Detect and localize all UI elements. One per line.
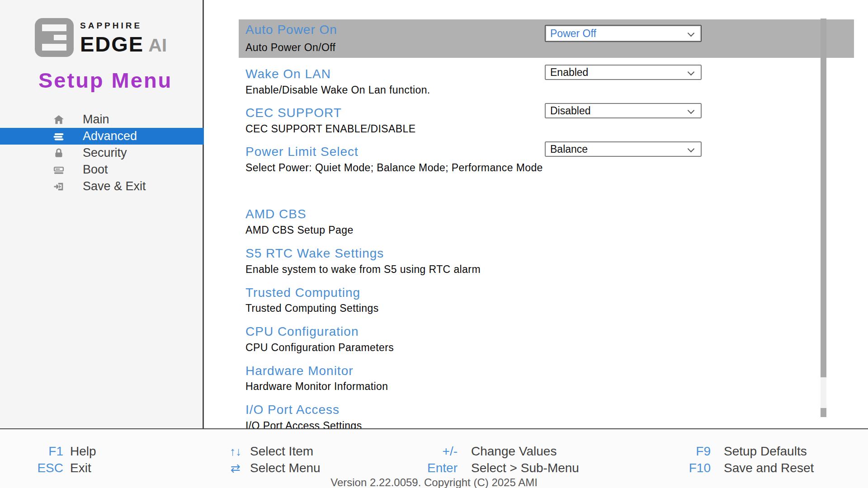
chevron-down-icon [688,145,695,153]
sidebar-item-main[interactable]: Main [0,111,204,128]
setup-menu-title: Setup Menu [38,68,172,93]
sidebar-item-label: Advanced [83,129,137,143]
cec-support-value: Disabled [550,105,591,117]
drive-icon [51,164,66,176]
wake-on-lan-select[interactable]: Enabled [545,65,702,80]
sidebar-item-label: Save & Exit [83,179,146,193]
submenu-io-port-access-desc: I/O Port Access Settings [245,420,362,428]
auto-power-on-select[interactable]: Power Off [545,25,702,42]
up-down-arrows-icon: ↑↓ [225,444,246,459]
sapphire-logo-icon [35,18,74,59]
scrollbar-end-cap [821,408,826,417]
hint-select-menu: Select Menu [250,460,321,476]
submenu-trusted-computing[interactable]: Trusted Computing [245,286,360,300]
scrollbar-thumb[interactable] [821,19,826,377]
key-enter: Enter [416,460,458,476]
sidebar: SAPPHIRE EDGE AI Setup Menu Main Advance [0,0,204,428]
submenu-s5-rtc-desc: Enable system to wake from S5 using RTC … [245,263,481,276]
wake-on-lan-value: Enabled [550,66,588,79]
submenu-io-port-access[interactable]: I/O Port Access [245,403,340,417]
setting-cec-support[interactable]: CEC SUPPORT [245,106,342,120]
setting-power-limit-desc: Select Power: Quiet Mode; Balance Mode; … [245,162,543,174]
cec-support-select[interactable]: Disabled [545,103,702,118]
power-limit-value: Balance [550,143,588,155]
submenu-hardware-monitor-desc: Hardware Monitor Information [245,380,388,393]
hint-select-submenu: Select > Sub-Menu [471,460,579,476]
setting-power-limit[interactable]: Power Limit Select [245,145,359,159]
brand-edge: EDGE [80,32,144,56]
key-f10: F10 [676,460,711,476]
key-plus-minus: +/- [416,444,458,459]
settings-panel: Auto Power On Auto Power On/Off Power Of… [205,0,868,428]
left-right-arrows-icon: ⇄ [225,460,246,476]
submenu-hardware-monitor[interactable]: Hardware Monitor [245,364,354,378]
auto-power-on-value: Power Off [550,28,596,40]
setting-wake-on-lan-desc: Enable/Disable Wake On Lan function. [245,84,430,96]
power-limit-select[interactable]: Balance [545,141,702,157]
layers-icon [51,130,66,143]
setting-cec-support-desc: CEC SUPPORT ENABLE/DISABLE [245,123,415,135]
chevron-down-icon [688,30,695,37]
hint-help: Help [70,444,96,459]
hint-exit: Exit [70,460,91,476]
key-f1: F1 [36,444,63,459]
hint-save-and-reset: Save and Reset [724,460,814,476]
hint-select-item: Select Item [250,444,313,459]
sidebar-menu: Main Advanced Security [0,111,204,195]
brand-ai: AI [148,35,167,56]
sidebar-item-label: Boot [83,163,108,177]
setting-auto-power-on[interactable]: Auto Power On [245,23,337,37]
key-esc: ESC [36,460,63,476]
sidebar-item-security[interactable]: Security [0,145,204,161]
key-f9: F9 [676,444,711,459]
sidebar-item-advanced[interactable]: Advanced [0,128,204,145]
exit-icon [51,180,66,193]
brand-sapphire: SAPPHIRE [80,21,167,31]
chevron-down-icon [688,69,695,76]
submenu-cpu-configuration[interactable]: CPU Configuration [245,324,359,339]
sidebar-item-boot[interactable]: Boot [0,161,204,178]
hotkey-help-bar: F1 Help ESC Exit ↑↓ Select Item ⇄ Select… [0,428,868,488]
submenu-amd-cbs[interactable]: AMD CBS [245,207,307,221]
lock-icon [51,147,66,159]
hint-change-values: Change Values [471,444,557,459]
sidebar-item-save-exit[interactable]: Save & Exit [0,178,204,195]
sidebar-item-label: Main [83,113,109,127]
bios-version-text: Version 2.22.0059. Copyright (C) 2025 AM… [0,476,868,488]
setting-wake-on-lan[interactable]: Wake On LAN [245,67,331,81]
home-icon [51,113,66,126]
submenu-amd-cbs-desc: AMD CBS Setup Page [245,224,354,236]
hint-setup-defaults: Setup Defaults [724,444,807,459]
sapphire-edge-logo: SAPPHIRE EDGE AI [35,18,167,59]
scrollbar[interactable] [821,19,826,417]
setting-auto-power-on-desc: Auto Power On/Off [245,42,335,54]
sidebar-item-label: Security [83,146,127,160]
submenu-cpu-configuration-desc: CPU Configuration Parameters [245,342,394,354]
chevron-down-icon [688,107,695,114]
submenu-trusted-computing-desc: Trusted Computing Settings [245,302,379,314]
submenu-s5-rtc[interactable]: S5 RTC Wake Settings [245,246,384,261]
